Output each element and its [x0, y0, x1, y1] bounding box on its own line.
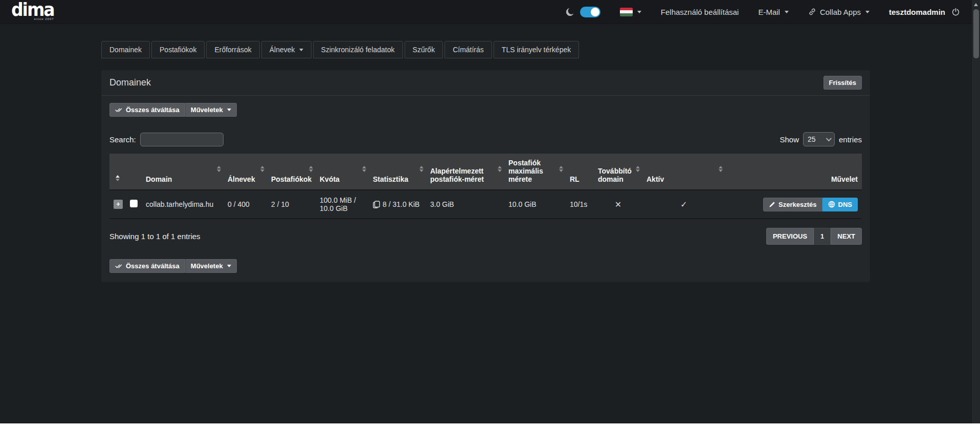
domains-panel: Domainek Frissítés Összes átváltása	[101, 70, 870, 282]
column-header-aliases[interactable]: Álnevek	[224, 154, 267, 190]
search-control: Search:	[109, 133, 224, 146]
scroll-up-arrow-icon[interactable]	[974, 3, 978, 6]
tab-eroforrasok[interactable]: Erőforrások	[206, 41, 259, 58]
tab-domainek[interactable]: Domainek	[101, 41, 150, 58]
email-label: E-Mail	[758, 8, 780, 16]
mailboxes-cell: 2 / 10	[267, 190, 316, 219]
table-header-row: Domain Álnevek Postafiókok Kvóta Statisz…	[109, 154, 862, 190]
column-header-select	[126, 154, 142, 190]
relay-domain-cell: ✕	[594, 190, 642, 219]
max-mailbox-size-cell: 10.0 GiB	[504, 190, 566, 219]
column-header-max-mailbox-size[interactable]: Postafiók maximális mérete	[504, 154, 566, 190]
column-header-expand[interactable]	[109, 154, 126, 190]
column-header-mailboxes[interactable]: Postafiókok	[267, 154, 316, 190]
filter-row: Search: Show 25 entries	[109, 132, 862, 146]
row-checkbox[interactable]	[130, 200, 138, 207]
search-input[interactable]	[140, 133, 224, 146]
previous-page-button[interactable]: PREVIOUS	[766, 228, 814, 245]
copy-icon	[373, 201, 380, 208]
toggle-all-button[interactable]: Összes átváltása	[109, 103, 185, 117]
active-cell: ✓	[642, 190, 725, 219]
viewport: dima since 2007 Felhasználó beállításai …	[0, 0, 971, 427]
statistics-cell: 8 / 31.0 KiB	[369, 190, 426, 219]
next-page-button[interactable]: NEXT	[831, 228, 862, 245]
sort-icon	[217, 166, 221, 172]
sort-icon	[260, 166, 264, 172]
check-all-icon	[115, 107, 123, 113]
expand-row-button[interactable]: +	[114, 200, 123, 209]
column-header-relay-domain[interactable]: Továbbító domain	[594, 154, 642, 190]
chevron-down-icon	[227, 265, 231, 267]
brand-logo-text: dima	[11, 3, 54, 17]
sort-icon	[719, 166, 723, 172]
navbar-right: Felhasználó beállításai E-Mail Collab Ap…	[565, 7, 960, 17]
refresh-button[interactable]: Frissítés	[823, 76, 862, 90]
tab-cimatiras[interactable]: Címátírás	[444, 41, 492, 58]
sort-icon	[636, 166, 640, 172]
nav-item-user-settings[interactable]: Felhasználó beállításai	[661, 8, 739, 16]
column-header-action: Művelet	[725, 154, 862, 190]
column-header-domain[interactable]: Domain	[142, 154, 224, 190]
dark-mode-control	[565, 7, 600, 17]
entries-label: entries	[839, 135, 862, 144]
x-mark-icon: ✕	[615, 200, 621, 209]
chevron-down-icon	[785, 11, 789, 13]
chevron-down-icon	[299, 49, 303, 51]
aliases-cell: 0 / 400	[224, 190, 267, 219]
sort-icon	[362, 166, 366, 172]
scrollbar-thumb[interactable]	[973, 9, 979, 58]
hungarian-flag-icon	[620, 8, 633, 16]
tab-tls-iranyelv-terkepek[interactable]: TLS irányelv térképek	[494, 41, 579, 58]
page-size-select[interactable]: 25	[803, 132, 835, 146]
nav-item-email[interactable]: E-Mail	[758, 8, 789, 16]
nav-item-account[interactable]: tesztdomadmin	[889, 8, 960, 16]
dark-mode-toggle[interactable]	[580, 7, 600, 17]
sort-icon	[419, 166, 424, 172]
current-page-indicator[interactable]: 1	[814, 228, 831, 245]
actions-dropdown-button[interactable]: Műveletek	[185, 259, 237, 273]
check-all-icon	[115, 263, 123, 269]
top-toolbar: Összes átváltása Műveletek	[109, 103, 237, 117]
username-label: tesztdomadmin	[889, 8, 945, 16]
table-footer: Showing 1 to 1 of 1 entries PREVIOUS 1 N…	[109, 228, 862, 245]
link-icon	[808, 8, 816, 16]
page-title: Domainek	[109, 77, 151, 88]
globe-icon	[828, 201, 835, 208]
tab-postafiokok[interactable]: Postafiókok	[151, 41, 205, 58]
column-header-quota[interactable]: Kvóta	[316, 154, 369, 190]
panel-header: Domainek Frissítés	[101, 70, 870, 96]
chevron-down-icon	[865, 11, 870, 13]
dns-button[interactable]: DNS	[822, 198, 858, 211]
vertical-scrollbar[interactable]	[971, 0, 980, 427]
domain-cell: collab.tarhelydima.hu	[142, 190, 224, 219]
showing-entries-text: Showing 1 to 1 of 1 entries	[109, 232, 201, 241]
actions-cell: Szerkesztés DNS	[725, 190, 862, 219]
actions-dropdown-button[interactable]: Műveletek	[185, 103, 237, 117]
tab-szinkronizalo-feladatok[interactable]: Szinkronizáló feladatok	[313, 41, 403, 58]
bottom-toolbar: Összes átváltása Műveletek	[109, 259, 237, 273]
sort-icon	[116, 175, 120, 181]
table-row: + collab.tarhelydima.hu 0 / 400 2 / 10 1…	[109, 190, 862, 219]
tab-szurok[interactable]: Szűrők	[405, 41, 443, 58]
nav-item-collab-apps[interactable]: Collab Apps	[808, 8, 870, 16]
chevron-down-icon	[637, 11, 641, 13]
show-label: Show	[779, 135, 799, 144]
language-selector[interactable]	[620, 8, 641, 16]
power-icon[interactable]	[951, 8, 960, 16]
user-settings-label: Felhasználó beállításai	[661, 8, 739, 16]
column-header-rl[interactable]: RL	[566, 154, 594, 190]
column-header-default-mailbox-size[interactable]: Alapértelmezett postafiók-méret	[426, 154, 504, 190]
sort-icon	[498, 166, 502, 172]
toggle-all-button[interactable]: Összes átváltása	[109, 259, 185, 273]
edit-button[interactable]: Szerkesztés	[763, 198, 822, 211]
collab-apps-label: Collab Apps	[820, 8, 861, 16]
domains-table: Domain Álnevek Postafiókok Kvóta Statisz…	[109, 154, 862, 219]
brand-logo[interactable]: dima since 2007	[11, 3, 54, 20]
sort-icon	[309, 166, 313, 172]
column-header-active[interactable]: Aktív	[642, 154, 725, 190]
moon-icon	[565, 7, 575, 17]
page-bottom-strip	[0, 423, 980, 427]
column-header-statistics[interactable]: Statisztika	[369, 154, 426, 190]
tab-alnevek[interactable]: Álnevek	[261, 41, 311, 58]
toggle-knob	[591, 8, 599, 16]
